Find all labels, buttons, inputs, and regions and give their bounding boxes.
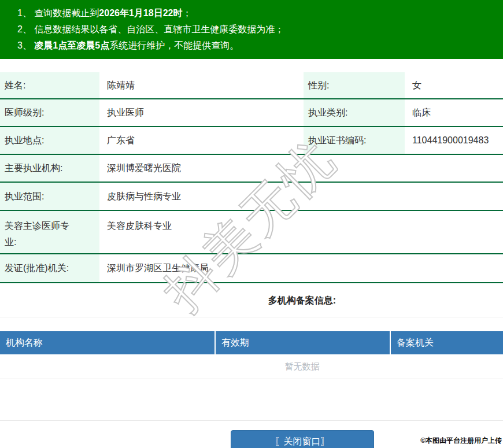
content-container: 1、 查询数据截止到2026年1月18日22时； 2、 信息数据结果以各省、自治… [0, 0, 503, 448]
doctor-level-label: 医师级别: [0, 99, 99, 126]
name-value: 陈靖靖 [99, 72, 302, 98]
notice-3-text: 3、 [17, 40, 34, 50]
issuing-authority-label: 发证(批准)机关: [0, 254, 99, 282]
table-row: 发证(批准)机关: 深圳市罗湖区卫生健康局 [0, 254, 503, 283]
name-label: 姓名: [0, 72, 99, 98]
gender-value: 女 [405, 72, 503, 98]
notice-3-bold: 凌晨1点至凌晨5点 [34, 40, 109, 50]
practice-scope-label: 执业范围: [0, 183, 99, 210]
platform-upload-stamp: ©本图由平台注册用户上传 [420, 436, 502, 446]
notice-line-1: 1、 查询数据截止到2026年1月18日22时； [17, 5, 503, 21]
notice-2-text: 2、 信息数据结果以各省、自治区、直辖市卫生健康委数据为准； [17, 24, 284, 34]
column-header-validity: 有效期 [216, 331, 391, 354]
column-header-filing-authority: 备案机关 [391, 331, 503, 354]
practitioner-info-table: 姓名: 陈靖靖 性别: 女 医师级别: 执业医师 执业类别: 临床 执业地点: … [0, 72, 503, 283]
notice-1-bold: 2026年1月18日22时 [99, 8, 182, 18]
practice-scope-value: 皮肤病与性病专业 [99, 183, 503, 210]
practice-location-value: 广东省 [99, 127, 302, 154]
main-institution-value: 深圳博爱曙光医院 [99, 155, 503, 182]
cosmetic-specialty-value: 美容皮肤科专业 [99, 211, 503, 253]
table-row: 姓名: 陈靖靖 性别: 女 [0, 72, 503, 99]
practice-category-value: 临床 [405, 99, 503, 126]
notice-banner: 1、 查询数据截止到2026年1月18日22时； 2、 信息数据结果以各省、自治… [0, 0, 503, 59]
practice-category-label: 执业类别: [302, 99, 405, 126]
issuing-authority-value: 深圳市罗湖区卫生健康局 [99, 254, 503, 282]
query-result-page: 1、 查询数据截止到2026年1月18日22时； 2、 信息数据结果以各省、自治… [0, 0, 503, 448]
notice-1-text: 1、 查询数据截止到 [17, 8, 99, 18]
main-institution-label: 主要执业机构: [0, 155, 99, 182]
certificate-number-label: 执业证书编码: [302, 127, 405, 154]
table-row: 执业地点: 广东省 执业证书编码: 110441900019483 [0, 127, 503, 155]
column-header-institution: 机构名称 [0, 331, 216, 354]
table-row: 主要执业机构: 深圳博爱曙光医院 [0, 155, 503, 183]
divider [0, 317, 503, 317]
doctor-level-value: 执业医师 [99, 99, 302, 126]
filing-table-header: 机构名称 有效期 备案机关 [0, 331, 503, 354]
table-row: 执业范围: 皮肤病与性病专业 [0, 183, 503, 211]
gender-label: 性别: [302, 72, 405, 98]
table-row: 美容主诊医师专业: 美容皮肤科专业 [0, 211, 503, 254]
empty-data-message: 暂无数据 [0, 354, 503, 379]
practice-location-label: 执业地点: [0, 127, 99, 154]
notice-line-2: 2、 信息数据结果以各省、自治区、直辖市卫生健康委数据为准； [17, 21, 503, 38]
divider [0, 420, 503, 421]
notice-line-3: 3、 凌晨1点至凌晨5点系统进行维护，不能提供查询。 [17, 38, 503, 54]
multi-institution-section-title: 多机构备案信息: [0, 293, 503, 309]
close-window-button[interactable]: 〖关闭窗口〗 [231, 430, 374, 448]
certificate-number-value: 110441900019483 [405, 127, 503, 154]
cosmetic-specialty-label: 美容主诊医师专业: [0, 211, 99, 253]
table-row: 医师级别: 执业医师 执业类别: 临床 [0, 99, 503, 127]
